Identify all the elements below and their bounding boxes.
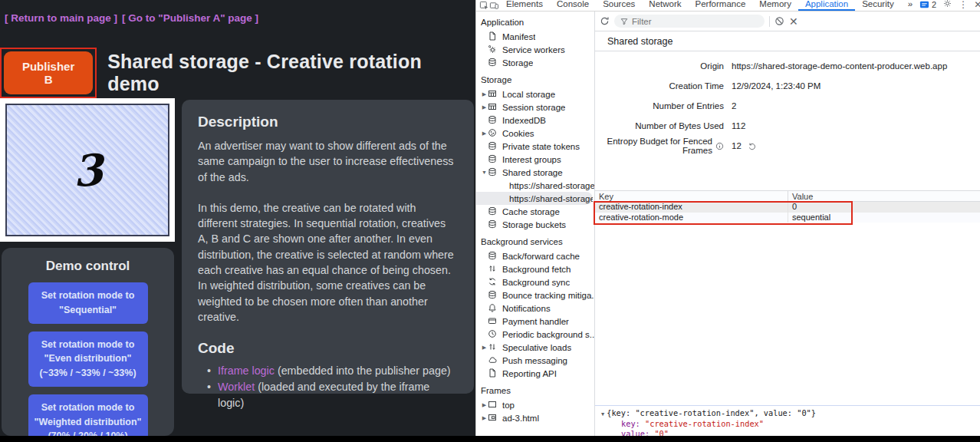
sidebar-item-payment-handler[interactable]: Payment handler	[476, 315, 594, 328]
sidebar-item-push-messaging[interactable]: Push messaging	[476, 354, 594, 367]
reset-budget-icon[interactable]	[748, 142, 756, 150]
nav-link-return-to-main-page[interactable]: [ Return to main page ]	[5, 12, 117, 24]
set-rotation-mode-button-2[interactable]: Set rotation mode to "Even distribution"…	[28, 332, 148, 387]
message-count: 2	[932, 0, 936, 9]
kebab-menu-icon[interactable]: ⋮	[959, 0, 968, 10]
db-icon	[488, 167, 498, 177]
refresh-icon[interactable]	[600, 16, 610, 26]
db-icon	[488, 58, 498, 68]
console-messages-badge[interactable]: 2	[919, 0, 936, 10]
tab-performance[interactable]: Performance	[689, 0, 753, 11]
top-nav-links: [ Return to main page ][ Go to "Publishe…	[5, 12, 263, 24]
sidebar-item-service-workers[interactable]: Service workers	[476, 43, 594, 56]
creative-number: 3	[71, 143, 104, 196]
description-heading: Description	[198, 114, 458, 130]
sidebar-item-periodic-background-s[interactable]: Periodic background s...	[476, 328, 594, 341]
db-icon	[488, 290, 498, 300]
info-icon[interactable]	[715, 142, 724, 150]
chevron-right-icon[interactable]: ▶	[481, 415, 488, 421]
sidebar-item-label: Periodic background s...	[502, 330, 594, 339]
sidebar-item-cookies[interactable]: ▶Cookies	[476, 127, 594, 140]
sidebar-item-private-state-tokens[interactable]: Private state tokens	[476, 140, 594, 153]
device-toolbar-icon[interactable]	[489, 0, 499, 11]
card-icon	[488, 316, 498, 326]
chevron-right-icon[interactable]: ▶	[481, 104, 488, 110]
tab-application[interactable]: Application	[798, 0, 855, 11]
sidebar-item-https-shared-storage-d[interactable]: https://shared-storage-d...	[476, 179, 594, 192]
fetch-icon	[488, 264, 498, 274]
sidebar-item-label: Reporting API	[502, 369, 557, 378]
cloud-icon	[488, 355, 498, 365]
meta-row-creation-time: Creation Time12/9/2024, 1:23:40 PM	[595, 76, 980, 96]
sidebar-item-reporting-api[interactable]: Reporting API	[476, 367, 594, 380]
devtools-toolbar: ✕	[595, 12, 980, 31]
sidebar-item-storage[interactable]: Storage	[476, 56, 594, 69]
sidebar-item-ad-3-html[interactable]: ▶ad-3.html	[476, 411, 594, 424]
chevron-right-icon[interactable]: ▶	[481, 402, 488, 408]
chevron-right-icon[interactable]: ▶	[481, 91, 488, 97]
column-header-value[interactable]: Value	[788, 191, 980, 201]
code-link-iframe-logic[interactable]: Iframe logic	[218, 364, 275, 377]
sidebar-item-top[interactable]: ▶top	[476, 398, 594, 411]
chevron-right-icon[interactable]: ▶	[481, 345, 488, 351]
sidebar-item-label: https://shared-storage-d...	[509, 194, 593, 203]
tab-memory[interactable]: Memory	[752, 0, 798, 11]
publisher-b-button[interactable]: Publisher B	[4, 51, 93, 94]
filter-input[interactable]	[632, 17, 758, 26]
table-rows: creative-rotation-index0creative-rotatio…	[595, 202, 980, 223]
entry-preview-pane: ▼{key: "creative-rotation-index", value:…	[595, 405, 980, 436]
sidebar-item-background-sync[interactable]: Background sync	[476, 275, 594, 289]
sidebar-item-storage-buckets[interactable]: Storage buckets	[476, 218, 594, 231]
sidebar-item-speculative-loads[interactable]: ▶Speculative loads	[476, 341, 594, 354]
delete-selected-icon[interactable]: ✕	[789, 16, 798, 27]
preview-summary-line[interactable]: ▼{key: "creative-rotation-index", value:…	[601, 408, 980, 419]
prop-value: "creative-rotation-index"	[645, 419, 764, 428]
tab-security[interactable]: Security	[855, 0, 901, 11]
publisher-demo-page: [ Return to main page ][ Go to "Publishe…	[0, 0, 475, 442]
set-rotation-mode-button-1[interactable]: Set rotation mode to "Sequential"	[28, 282, 148, 324]
nav-link-go-to-publisher-a-page[interactable]: [ Go to "Publisher A" page ]	[122, 12, 258, 24]
tab-elements[interactable]: Elements	[499, 0, 550, 11]
tab-sources[interactable]: Sources	[596, 0, 642, 11]
tab-console[interactable]: Console	[550, 0, 596, 11]
chevron-right-icon[interactable]: ▶	[481, 130, 488, 137]
db-icon	[488, 219, 498, 229]
sidebar-item-cache-storage[interactable]: Cache storage	[476, 205, 594, 218]
sidebar-item-local-storage[interactable]: ▶Local storage	[476, 87, 594, 101]
column-header-key[interactable]: Key	[595, 191, 788, 201]
code-link-worklet[interactable]: Worklet	[218, 381, 255, 393]
fetch-icon	[488, 342, 498, 352]
sidebar-item-indexeddb[interactable]: IndexedDB	[476, 114, 594, 127]
sidebar-item-notifications[interactable]: Notifications	[476, 302, 594, 315]
sidebar-item-label: ad-3.html	[502, 414, 539, 423]
tab-network[interactable]: Network	[642, 0, 688, 11]
table-row-creative-rotation-mode[interactable]: creative-rotation-modesequential	[595, 213, 980, 223]
more-tabs-button[interactable]: »	[901, 0, 919, 11]
sidebar-item-manifest[interactable]: Manifest	[476, 30, 594, 43]
sidebar-item-interest-groups[interactable]: Interest groups	[476, 153, 594, 166]
settings-gear-icon[interactable]	[942, 0, 952, 11]
sidebar-item-bounce-tracking-mitiga[interactable]: Bounce tracking mitiga...	[476, 289, 594, 302]
sidebar-item-label: IndexedDB	[502, 116, 546, 125]
sidebar-item-background-fetch[interactable]: Background fetch	[476, 262, 594, 275]
block-clear-icon[interactable]	[774, 16, 784, 26]
sidebar-item-https-shared-storage-d[interactable]: https://shared-storage-d...	[476, 192, 593, 205]
chevron-down-icon[interactable]: ▼	[481, 170, 488, 175]
sidebar-item-session-storage[interactable]: ▶Session storage	[476, 101, 594, 114]
sidebar-item-label: Interest groups	[502, 155, 561, 164]
table-row-creative-rotation-index[interactable]: creative-rotation-index0	[595, 202, 980, 213]
inspect-element-icon[interactable]	[479, 0, 489, 11]
close-devtools-icon[interactable]: ✕	[974, 0, 980, 10]
filter-box[interactable]	[614, 15, 765, 28]
sidebar-item-shared-storage[interactable]: ▼Shared storage	[476, 166, 594, 179]
devtools-tabbar-right: 2 ⋮ ✕	[919, 0, 980, 11]
description-paragraph-1: An advertiser may want to show different…	[198, 138, 458, 185]
detail-section-title: Shared storage	[595, 31, 980, 51]
triangle-down-icon[interactable]: ▼	[601, 411, 604, 417]
cookie-icon	[488, 128, 498, 138]
sidebar-item-back-forward-cache[interactable]: Back/forward cache	[476, 249, 594, 262]
meta-row-entropy-budget-for-fenced-frames: Entropy Budget for Fenced Frames12	[595, 136, 980, 156]
set-rotation-mode-button-3[interactable]: Set rotation mode to "Weighted distribut…	[28, 394, 148, 442]
publisher-annotation-box: Publisher B	[0, 48, 97, 98]
doc-icon	[488, 368, 498, 378]
